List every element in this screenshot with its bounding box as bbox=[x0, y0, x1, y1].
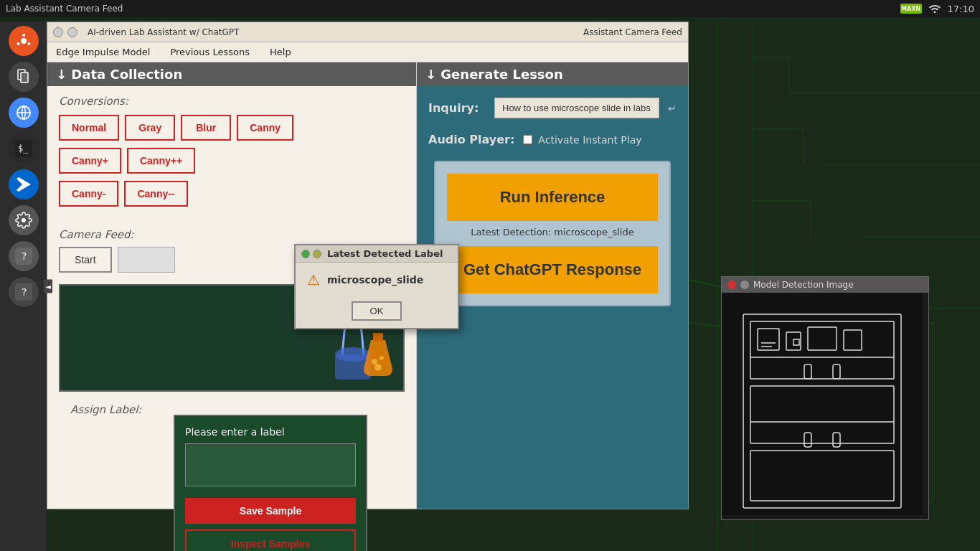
sidebar-icon-ubuntu[interactable] bbox=[9, 26, 39, 56]
warning-icon: ⚠ bbox=[307, 271, 320, 288]
latest-detection-text: Latest Detection: microscope_slide bbox=[447, 227, 658, 237]
conv-btn-canny-minus-minus[interactable]: Canny-- bbox=[124, 181, 187, 207]
window-titlebar: AI-driven Lab Assistant w/ ChatGPT Assis… bbox=[47, 22, 688, 42]
sidebar-icon-terminal[interactable]: $_ bbox=[9, 133, 39, 164]
model-min-button[interactable] bbox=[740, 281, 749, 289]
sidebar-icon-settings[interactable] bbox=[9, 205, 39, 235]
ok-button[interactable]: OK bbox=[352, 301, 402, 321]
generate-lesson-header: ↓ Generate Lesson bbox=[417, 62, 688, 86]
audio-row: Audio Player: Activate Instant Play bbox=[428, 133, 677, 146]
assign-section: Assign Label: Please enter a label Save … bbox=[47, 392, 416, 551]
window-btn-close[interactable] bbox=[53, 27, 63, 37]
svg-point-21 bbox=[22, 34, 25, 37]
svg-point-62 bbox=[933, 11, 936, 14]
menu-item-edge-impulse[interactable]: Edge Impulse Model bbox=[53, 45, 153, 59]
checkbox-row: Activate Instant Play bbox=[523, 134, 641, 146]
inquiry-label: Inquiry: bbox=[428, 101, 486, 115]
window-title-right: Assistant Camera Feed bbox=[583, 27, 682, 37]
model-detection-canvas bbox=[722, 293, 928, 515]
svg-rect-40 bbox=[373, 333, 383, 342]
detected-dialog-body: ⚠ microscope_slide bbox=[296, 263, 458, 297]
inquiry-input[interactable] bbox=[494, 98, 659, 118]
conversions-section: Conversions: Normal Gray Blur Canny Cann… bbox=[47, 86, 416, 222]
window-title: AI-driven Lab Assistant w/ ChatGPT bbox=[88, 27, 239, 37]
sidebar-icon-browser[interactable] bbox=[9, 98, 39, 128]
inquiry-row: Inquiry: ↵ bbox=[428, 98, 677, 118]
taskbar-title: Lab Assistant Camera Feed bbox=[6, 4, 900, 14]
wifi-icon bbox=[929, 4, 941, 13]
conv-btn-blur[interactable]: Blur bbox=[181, 115, 231, 141]
svg-marker-29 bbox=[17, 177, 31, 192]
detected-dialog-footer: OK bbox=[296, 297, 458, 328]
conversions-label: Conversions: bbox=[59, 95, 405, 108]
svg-point-22 bbox=[27, 42, 30, 45]
taskbar-right: MAXN 17:10 bbox=[900, 4, 974, 14]
conv-btn-canny-plus[interactable]: Canny+ bbox=[59, 148, 121, 174]
sidebar-icon-vscode[interactable] bbox=[9, 169, 39, 199]
svg-text:$_: $_ bbox=[18, 143, 29, 154]
chatgpt-response-button[interactable]: Get ChatGPT Response bbox=[447, 246, 658, 293]
detected-dialog-titlebar: Latest Detected Label bbox=[296, 245, 458, 263]
label-dialog-title: Please enter a label bbox=[185, 426, 356, 438]
sidebar-icon-files[interactable] bbox=[9, 62, 39, 92]
svg-text:?: ? bbox=[22, 286, 27, 298]
label-entry-dialog: Please enter a label Save Sample Inspect… bbox=[174, 415, 367, 551]
taskbar: Lab Assistant Camera Feed MAXN 17:10 bbox=[0, 0, 980, 17]
model-close-button[interactable] bbox=[727, 281, 736, 289]
dialog-dot-green bbox=[301, 250, 310, 258]
svg-point-23 bbox=[17, 42, 19, 45]
detected-dialog-dots bbox=[301, 250, 321, 258]
save-sample-button[interactable]: Save Sample bbox=[185, 498, 356, 524]
menu-item-help[interactable]: Help bbox=[267, 45, 294, 59]
start-button[interactable]: Start bbox=[59, 247, 112, 273]
conv-btn-row-2: Canny+ Canny++ bbox=[59, 148, 405, 174]
svg-rect-25 bbox=[21, 72, 28, 83]
menu-item-previous-lessons[interactable]: Previous Lessons bbox=[167, 45, 253, 59]
audio-label: Audio Player: bbox=[428, 133, 514, 146]
sidebar-collapse-btn[interactable]: ◄ bbox=[44, 280, 52, 293]
dialog-dot-yellow bbox=[313, 250, 321, 258]
conv-btn-canny-plus-plus[interactable]: Canny++ bbox=[127, 148, 195, 174]
conv-btn-row-1: Normal Gray Blur Canny bbox=[59, 115, 405, 141]
model-window-titlebar: Model Detection Image bbox=[722, 277, 928, 293]
sidebar-icon-question1[interactable]: ? bbox=[9, 241, 39, 271]
activate-instant-play-checkbox[interactable] bbox=[523, 135, 532, 144]
detected-label-value: microscope_slide bbox=[327, 274, 423, 286]
activate-label: Activate Instant Play bbox=[538, 134, 641, 146]
sidebar-icon-question2[interactable]: ? bbox=[9, 277, 39, 307]
conv-btn-gray[interactable]: Gray bbox=[125, 115, 175, 141]
conv-btn-canny-minus[interactable]: Canny- bbox=[59, 181, 118, 207]
model-detection-svg bbox=[722, 293, 923, 515]
conv-btn-row-3: Canny- Canny-- bbox=[59, 181, 405, 207]
menubar: Edge Impulse Model Previous Lessons Help bbox=[47, 42, 688, 62]
time-display: 17:10 bbox=[948, 4, 974, 14]
conv-btn-normal[interactable]: Normal bbox=[59, 115, 119, 141]
svg-point-42 bbox=[380, 356, 384, 360]
svg-point-41 bbox=[372, 359, 377, 364]
data-collection-header: ↓ Data Collection bbox=[47, 62, 416, 86]
left-sidebar: $_ ? ? ◄ bbox=[0, 22, 47, 551]
label-input-field[interactable] bbox=[185, 443, 356, 486]
model-detection-window: Model Detection Image bbox=[721, 276, 929, 520]
conv-btn-canny[interactable]: Canny bbox=[237, 115, 293, 141]
svg-rect-44 bbox=[722, 293, 923, 515]
inspect-samples-button[interactable]: Inspect Samples bbox=[185, 529, 356, 551]
detected-label-dialog: Latest Detected Label ⚠ microscope_slide… bbox=[294, 244, 459, 329]
detected-dialog-title-text: Latest Detected Label bbox=[327, 248, 443, 259]
svg-text:?: ? bbox=[22, 250, 27, 262]
inference-area: Run Inference Latest Detection: microsco… bbox=[434, 161, 671, 306]
model-window-title-text: Model Detection Image bbox=[753, 280, 854, 290]
camera-placeholder bbox=[118, 247, 175, 273]
window-btn-min[interactable] bbox=[67, 27, 77, 37]
camera-label: Camera Feed: bbox=[59, 228, 405, 241]
svg-point-20 bbox=[21, 38, 27, 44]
nvidia-logo: MAXN bbox=[900, 4, 922, 14]
run-inference-button[interactable]: Run Inference bbox=[447, 174, 658, 221]
svg-point-43 bbox=[374, 364, 382, 371]
